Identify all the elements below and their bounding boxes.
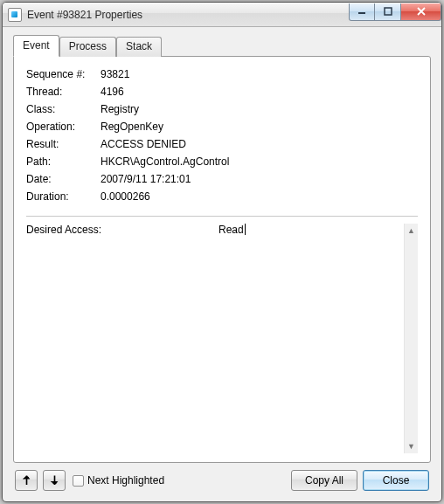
label-path: Path: <box>26 155 101 169</box>
tab-process[interactable]: Process <box>59 37 116 57</box>
row-result: Result: ACCESS DENIED <box>26 137 418 151</box>
value-date: 2007/9/11 17:21:01 <box>101 172 191 186</box>
label-date: Date: <box>26 172 101 186</box>
label-duration: Duration: <box>26 190 101 204</box>
next-highlighted-checkbox[interactable]: Next Highlighted <box>73 474 164 487</box>
row-path: Path: HKCR\AgControl.AgControl <box>26 155 418 169</box>
value-sequence: 93821 <box>101 67 129 81</box>
prev-event-button[interactable]: 🠅 <box>15 470 38 491</box>
value-duration: 0.0000266 <box>101 190 150 204</box>
minimize-button[interactable] <box>349 3 375 21</box>
arrow-up-icon: 🠅 <box>21 474 32 487</box>
copy-all-button[interactable]: Copy All <box>291 470 357 491</box>
value-class: Registry <box>101 102 139 116</box>
arrow-down-icon: 🠇 <box>49 474 60 487</box>
close-window-button[interactable] <box>401 3 441 21</box>
close-icon <box>416 7 427 16</box>
tab-page-event: Sequence #: 93821 Thread: 4196 Class: Re… <box>13 56 431 463</box>
detail-row: Desired Access: Read <box>26 224 418 453</box>
value-result: ACCESS DENIED <box>101 137 186 151</box>
checkbox-box[interactable] <box>73 475 84 487</box>
svg-rect-0 <box>358 12 365 14</box>
row-sequence: Sequence #: 93821 <box>26 67 418 81</box>
next-event-button[interactable]: 🠇 <box>43 470 66 491</box>
label-operation: Operation: <box>26 120 101 134</box>
scroll-up-icon[interactable]: ▲ <box>405 224 418 238</box>
separator <box>26 216 418 217</box>
dialog-window: Event #93821 Properties Event Process St… <box>2 2 442 502</box>
row-operation: Operation: RegOpenKey <box>26 120 418 134</box>
value-operation: RegOpenKey <box>101 120 163 134</box>
app-icon <box>8 8 22 22</box>
label-sequence: Sequence #: <box>26 67 101 81</box>
svg-rect-1 <box>385 8 392 15</box>
detail-value[interactable]: Read <box>219 224 246 453</box>
bottom-bar: 🠅 🠇 Next Highlighted Copy All Close <box>13 463 431 493</box>
tab-stack[interactable]: Stack <box>116 37 162 57</box>
titlebar[interactable]: Event #93821 Properties <box>3 3 441 27</box>
maximize-button[interactable] <box>375 3 401 21</box>
row-class: Class: Registry <box>26 102 418 116</box>
minimize-icon <box>357 7 366 16</box>
detail-area: Desired Access: Read ▲ ▼ <box>26 224 418 453</box>
close-button[interactable]: Close <box>363 470 429 491</box>
window-title: Event #93821 Properties <box>27 9 349 21</box>
label-thread: Thread: <box>26 85 101 99</box>
label-result: Result: <box>26 137 101 151</box>
maximize-icon <box>384 7 392 16</box>
detail-label: Desired Access: <box>26 224 219 453</box>
tab-event[interactable]: Event <box>13 35 59 57</box>
window-controls <box>349 3 441 21</box>
value-path: HKCR\AgControl.AgControl <box>101 155 229 169</box>
row-thread: Thread: 4196 <box>26 85 418 99</box>
client-area: Event Process Stack Sequence #: 93821 Th… <box>3 27 441 501</box>
scroll-down-icon[interactable]: ▼ <box>405 439 418 453</box>
row-duration: Duration: 0.0000266 <box>26 190 418 204</box>
row-date: Date: 2007/9/11 17:21:01 <box>26 172 418 186</box>
value-thread: 4196 <box>101 85 124 99</box>
label-class: Class: <box>26 102 101 116</box>
tabstrip: Event Process Stack <box>13 37 431 57</box>
vertical-scrollbar[interactable]: ▲ ▼ <box>404 224 418 453</box>
next-highlighted-label: Next Highlighted <box>87 474 164 487</box>
